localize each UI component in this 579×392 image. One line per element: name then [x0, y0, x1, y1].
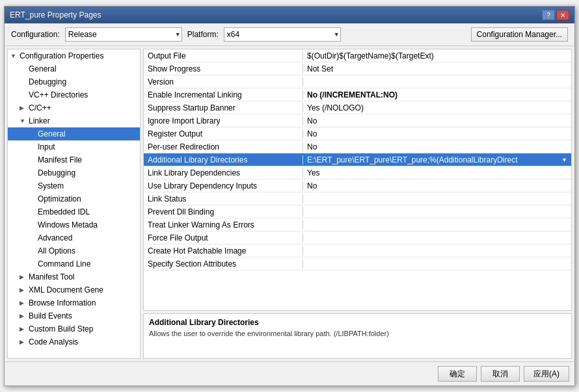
- help-button[interactable]: ?: [542, 10, 555, 20]
- bottom-bar: 确定 取消 应用(A): [5, 361, 574, 385]
- tree-item-system[interactable]: System: [8, 179, 140, 192]
- tree-label-custom-build: Custom Build Step: [29, 324, 137, 333]
- prop-name-5: Ignore Import Library: [144, 116, 303, 125]
- prop-row-15[interactable]: Create Hot Patchable Image: [144, 244, 571, 257]
- prop-name-11: Link Status: [144, 194, 303, 203]
- expand-icon-xml-doc: ▶: [20, 287, 29, 293]
- prop-row-5[interactable]: Ignore Import LibraryNo: [144, 114, 571, 127]
- tree-item-manifest-tool[interactable]: ▶Manifest Tool: [8, 270, 140, 283]
- prop-dropdown-arrow[interactable]: ▼: [561, 157, 567, 163]
- prop-name-12: Prevent Dll Binding: [144, 207, 303, 216]
- tree-item-command-line[interactable]: Command Line: [8, 257, 140, 270]
- tree-item-xml-doc[interactable]: ▶XML Document Gene: [8, 283, 140, 296]
- tree-label-input: Input: [38, 142, 137, 151]
- tree-item-custom-build[interactable]: ▶Custom Build Step: [8, 322, 140, 335]
- tree-label-command-line: Command Line: [38, 259, 137, 268]
- right-panel: Output File$(OutDir)$(TargetName)$(Targe…: [143, 49, 572, 359]
- tree-item-advanced[interactable]: Advanced: [8, 231, 140, 244]
- prop-row-3[interactable]: Enable Incremental LinkingNo (/INCREMENT…: [144, 88, 571, 101]
- platform-select[interactable]: x64: [224, 27, 341, 42]
- prop-row-4[interactable]: Suppress Startup BannerYes (/NOLOGO): [144, 101, 571, 114]
- description-title: Additional Library Directories: [149, 318, 566, 327]
- tree-item-linker-debug[interactable]: Debugging: [8, 166, 140, 179]
- tree-item-manifest-file[interactable]: Manifest File: [8, 153, 140, 166]
- tree-label-windows-meta: Windows Metada: [38, 220, 137, 229]
- prop-name-2: Version: [144, 77, 303, 86]
- cancel-button[interactable]: 取消: [481, 366, 520, 382]
- tree-label-debugging: Debugging: [29, 77, 137, 86]
- expand-icon-manifest-tool: ▶: [20, 274, 29, 280]
- title-bar-buttons: ? ✕: [542, 10, 569, 20]
- prop-value-6: No: [303, 129, 571, 138]
- tree-item-browse-info[interactable]: ▶Browse Information: [8, 296, 140, 309]
- prop-name-9: Link Library Dependencies: [144, 168, 303, 177]
- properties-table: Output File$(OutDir)$(TargetName)$(Targe…: [143, 49, 572, 311]
- config-select[interactable]: Release: [65, 27, 182, 42]
- tree-label-code-analysis: Code Analysis: [29, 337, 137, 346]
- prop-row-8[interactable]: Additional Library DirectoriesE:\ERT_pur…: [144, 153, 571, 166]
- prop-value-5: No: [303, 116, 571, 125]
- tree-label-optimization: Optimization: [38, 194, 137, 203]
- tree-item-linker-general[interactable]: General: [8, 127, 140, 140]
- tree-label-manifest-tool: Manifest Tool: [29, 272, 137, 281]
- tree-item-code-analysis[interactable]: ▶Code Analysis: [8, 335, 140, 348]
- description-text: Allows the user to override the environm…: [149, 330, 566, 337]
- prop-row-6[interactable]: Register OutputNo: [144, 127, 571, 140]
- tree-item-all-options[interactable]: All Options: [8, 244, 140, 257]
- prop-name-1: Show Progress: [144, 64, 303, 73]
- tree-label-xml-doc: XML Document Gene: [29, 285, 137, 294]
- left-tree-panel: ▼Configuration PropertiesGeneralDebuggin…: [7, 49, 141, 359]
- prop-value-8: E:\ERT_pure\ERT_pure\ERT_pure;%(Addition…: [303, 155, 571, 164]
- ok-button[interactable]: 确定: [438, 366, 477, 382]
- expand-icon-config-props: ▼: [10, 53, 20, 59]
- tree-item-embedded-idl[interactable]: Embedded IDL: [8, 205, 140, 218]
- tree-label-linker-debug: Debugging: [38, 168, 137, 177]
- platform-select-wrapper: x64 ▼: [224, 27, 341, 42]
- config-manager-button[interactable]: Configuration Manager...: [471, 27, 568, 42]
- prop-row-11[interactable]: Link Status: [144, 192, 571, 205]
- prop-row-1[interactable]: Show ProgressNot Set: [144, 62, 571, 75]
- prop-row-0[interactable]: Output File$(OutDir)$(TargetName)$(Targe…: [144, 49, 571, 62]
- prop-row-14[interactable]: Force File Output: [144, 231, 571, 244]
- tree-item-debugging[interactable]: Debugging: [8, 75, 140, 88]
- tree-item-input[interactable]: Input: [8, 140, 140, 153]
- config-select-wrapper: Release ▼: [65, 27, 182, 42]
- tree-item-vc-dirs[interactable]: VC++ Directories: [8, 88, 140, 101]
- tree-label-build-events: Build Events: [29, 311, 137, 320]
- prop-value-7: No: [303, 142, 571, 151]
- tree-item-cpp[interactable]: ▶C/C++: [8, 101, 140, 114]
- prop-name-16: Specify Section Attributes: [144, 259, 303, 268]
- tree-item-config-props[interactable]: ▼Configuration Properties: [8, 49, 140, 62]
- tree-item-general[interactable]: General: [8, 62, 140, 75]
- prop-row-2[interactable]: Version: [144, 75, 571, 88]
- prop-name-7: Per-user Redirection: [144, 142, 303, 151]
- prop-value-10: No: [303, 181, 571, 190]
- prop-row-16[interactable]: Specify Section Attributes: [144, 257, 571, 270]
- expand-icon-browse-info: ▶: [20, 300, 29, 306]
- close-button[interactable]: ✕: [556, 10, 569, 20]
- tree-label-embedded-idl: Embedded IDL: [38, 207, 137, 216]
- tree-item-linker[interactable]: ▼Linker: [8, 114, 140, 127]
- prop-value-4: Yes (/NOLOGO): [303, 103, 571, 112]
- tree-item-windows-meta[interactable]: Windows Metada: [8, 218, 140, 231]
- tree-label-config-props: Configuration Properties: [20, 51, 137, 60]
- tree-item-optimization[interactable]: Optimization: [8, 192, 140, 205]
- expand-icon-cpp: ▶: [20, 105, 29, 111]
- prop-name-14: Force File Output: [144, 233, 303, 242]
- property-pages-dialog: ERT_pure Property Pages ? ✕ Configuratio…: [4, 6, 575, 386]
- prop-row-9[interactable]: Link Library DependenciesYes: [144, 166, 571, 179]
- tree-label-advanced: Advanced: [38, 233, 137, 242]
- tree-label-vc-dirs: VC++ Directories: [29, 90, 137, 99]
- tree-label-manifest-file: Manifest File: [38, 155, 137, 164]
- prop-row-12[interactable]: Prevent Dll Binding: [144, 205, 571, 218]
- prop-row-10[interactable]: Use Library Dependency InputsNo: [144, 179, 571, 192]
- title-bar: ERT_pure Property Pages ? ✕: [5, 7, 574, 23]
- prop-row-7[interactable]: Per-user RedirectionNo: [144, 140, 571, 153]
- prop-value-0: $(OutDir)$(TargetName)$(TargetExt): [303, 51, 571, 60]
- prop-value-9: Yes: [303, 168, 571, 177]
- apply-button[interactable]: 应用(A): [524, 366, 569, 382]
- prop-row-13[interactable]: Treat Linker Warning As Errors: [144, 218, 571, 231]
- tree-label-all-options: All Options: [38, 246, 137, 255]
- tree-label-general: General: [29, 64, 137, 73]
- tree-item-build-events[interactable]: ▶Build Events: [8, 309, 140, 322]
